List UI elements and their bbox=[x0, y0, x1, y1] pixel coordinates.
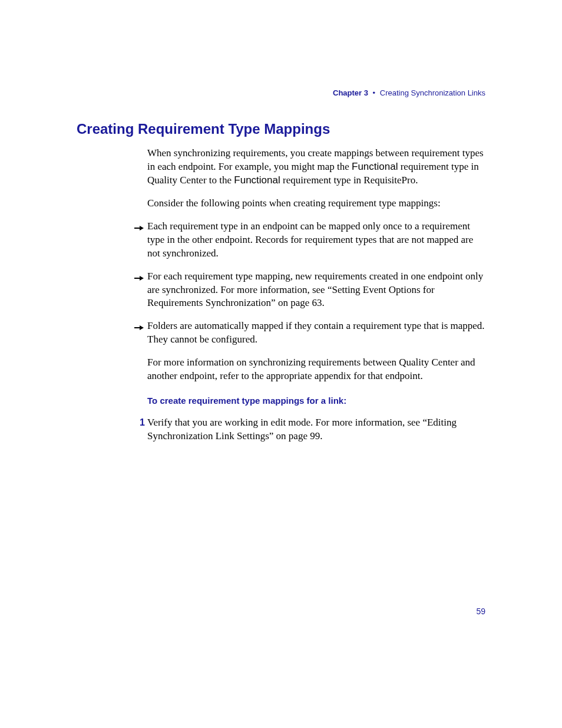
arrow-icon bbox=[134, 272, 144, 279]
list-item-text: Each requirement type in an endpoint can… bbox=[147, 220, 473, 259]
document-page: Chapter 3 • Creating Synchronization Lin… bbox=[0, 0, 562, 728]
intro-paragraph-1: When synchronizing requirements, you cre… bbox=[147, 147, 485, 187]
list-item: Folders are automatically mapped if they… bbox=[147, 319, 485, 347]
list-item: For each requirement type mapping, new r… bbox=[147, 270, 485, 311]
step-item: 1 Verify that you are working in edit mo… bbox=[147, 416, 485, 443]
intro-p1-e: requirement type in RequisitePro. bbox=[280, 174, 418, 186]
body-block: When synchronizing requirements, you cre… bbox=[147, 147, 485, 443]
post-bullets-paragraph: For more information on synchronizing re… bbox=[147, 356, 485, 383]
step-number: 1 bbox=[134, 416, 145, 429]
procedure-subhead: To create requirement type mappings for … bbox=[147, 395, 485, 407]
chapter-title: Creating Synchronization Links bbox=[380, 88, 485, 97]
list-item-text: For each requirement type mapping, new r… bbox=[147, 271, 483, 309]
list-item-text: Folders are automatically mapped if they… bbox=[147, 320, 485, 345]
step-text: Verify that you are working in edit mode… bbox=[147, 417, 457, 442]
header-bullet: • bbox=[373, 88, 376, 97]
intro-p1-d: Functional bbox=[234, 174, 280, 186]
bullet-list: Each requirement type in an endpoint can… bbox=[147, 220, 485, 347]
list-item: Each requirement type in an endpoint can… bbox=[147, 220, 485, 261]
intro-paragraph-2: Consider the following points when creat… bbox=[147, 197, 485, 210]
running-header: Chapter 3 • Creating Synchronization Lin… bbox=[77, 88, 485, 97]
intro-p1-b: Functional bbox=[352, 161, 398, 172]
chapter-label: Chapter 3 bbox=[333, 88, 368, 97]
arrow-icon bbox=[134, 222, 144, 229]
arrow-icon bbox=[134, 322, 144, 329]
steps-list: 1 Verify that you are working in edit mo… bbox=[147, 416, 485, 443]
page-number: 59 bbox=[476, 607, 485, 616]
section-title: Creating Requirement Type Mappings bbox=[77, 121, 485, 137]
